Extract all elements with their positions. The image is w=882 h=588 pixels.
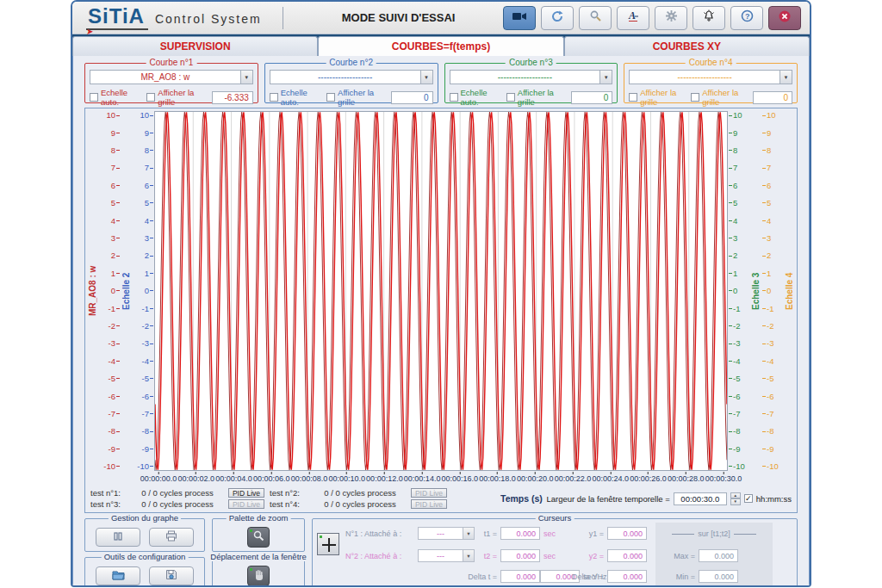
y-axis-4-title: Echelle 4: [784, 111, 795, 471]
curve1-value-field[interactable]: -6.333: [212, 91, 253, 104]
curve1-signal-dropdown[interactable]: MR_AO8 : w ▼: [90, 70, 253, 84]
printer-icon: [165, 529, 177, 545]
t1-field[interactable]: 0.000: [500, 527, 540, 540]
pan-window-button[interactable]: [247, 566, 270, 586]
open-config-button[interactable]: [96, 566, 140, 585]
help-button[interactable]: ?: [730, 6, 763, 30]
curve4-selected-signal: -------------------: [630, 71, 780, 84]
curve2-echelle-auto-checkbox[interactable]: [270, 93, 278, 102]
curve2-selected-signal: -------------------: [270, 71, 420, 84]
time-window-input[interactable]: 00:00:30.0: [674, 492, 727, 505]
graph-management-title: Gestion du graphe: [109, 513, 181, 523]
add-cursor-button[interactable]: [317, 533, 339, 555]
test1-cycles: 0 / 0 cycles process: [130, 488, 225, 498]
zoom-palette-group: Palette de zoom: [212, 518, 305, 552]
search-button[interactable]: [579, 6, 612, 30]
settings-button[interactable]: [655, 6, 687, 30]
cursor2-attach-label: N°2 : Attaché à :: [345, 552, 401, 560]
refresh-button[interactable]: [541, 6, 574, 30]
curve4-echelle-auto-checkbox[interactable]: [629, 93, 637, 102]
test1-label: test n°1:: [90, 488, 127, 498]
tab-courbes-xy[interactable]: COURBES XY: [564, 36, 810, 56]
curve2-value-field[interactable]: 0: [391, 91, 432, 104]
save-config-button[interactable]: [149, 566, 194, 585]
curve1-selected-signal: MR_AO8 : w: [90, 71, 240, 84]
alarm-button[interactable]: [693, 6, 725, 30]
zoom-palette-title: Palette de zoom: [227, 513, 291, 523]
text-tool-icon: A: [626, 9, 640, 27]
record-camera-button[interactable]: [503, 6, 536, 30]
format-checkbox[interactable]: ✓: [744, 494, 753, 503]
curve4-value-field[interactable]: 0: [753, 91, 792, 104]
brand-arrow-icon: ➤: [86, 27, 93, 36]
curve3-group-title: Courbe n°3: [506, 58, 556, 67]
brand-text: SiTiA: [86, 6, 148, 30]
y-axis-3-ticks: 109876543210-1-2-3-4-5-6-7-8-9-10: [728, 111, 750, 471]
cursor2-attach-dropdown[interactable]: --- ▼: [418, 549, 475, 562]
y-axis-1-ticks: 109876543210-1-2-3-4-5-6-7-8-9-10: [98, 111, 121, 471]
time-window-label: Largeur de la fenêtre temporelle =: [546, 494, 669, 504]
cursor1-attach-dropdown[interactable]: --- ▼: [418, 527, 475, 540]
y2-label: y2 =: [580, 552, 604, 560]
chevron-down-icon: ▼: [599, 71, 612, 84]
spinner-up-icon[interactable]: ▲: [730, 492, 741, 499]
time-window-spinner[interactable]: ▲▼: [730, 492, 741, 505]
svg-text:A: A: [628, 9, 636, 22]
delta-t-field-1: 0.000: [500, 570, 540, 583]
gear-icon: [665, 9, 678, 26]
curve2-signal-dropdown[interactable]: ------------------- ▼: [270, 70, 433, 84]
window-move-title: Déplacement de la fenêtre: [208, 552, 308, 561]
cursor2-attach-value: ---: [419, 550, 463, 561]
active-dot: [320, 535, 322, 538]
refresh-icon: [550, 9, 564, 27]
curve3-signal-dropdown[interactable]: ------------------- ▼: [450, 70, 613, 84]
curve4-grille-checkbox[interactable]: [691, 93, 699, 102]
print-graph-button[interactable]: [149, 528, 194, 547]
waveform-plot: [155, 112, 727, 470]
t2-field[interactable]: 0.000: [500, 549, 540, 562]
curve1-echelle-auto-label: Echelle auto.: [101, 88, 144, 107]
plot-area[interactable]: [154, 111, 728, 471]
format-label: hh:mm:ss: [756, 494, 792, 504]
config-tools-title: Outils de configuration: [102, 552, 189, 561]
t2-unit: sec: [543, 552, 556, 560]
test3-pid-live-button[interactable]: PID Live: [228, 499, 264, 509]
text-annotation-button[interactable]: A: [617, 6, 649, 30]
t1-unit: sec: [543, 529, 556, 538]
curve4-echelle-auto-label: Afficher la grille: [640, 88, 688, 107]
curve3-value-field[interactable]: 0: [571, 91, 612, 104]
test4-pid-live-button[interactable]: PID Live: [411, 499, 447, 509]
camera-icon: [512, 10, 527, 26]
header-bar: SiTiA ➤ Control System MODE SUIVI D'ESSA…: [72, 2, 810, 34]
tab-courbes-temps[interactable]: COURBES=f(temps): [318, 36, 563, 56]
curve1-grille-label: Afficher la grille: [158, 88, 208, 107]
curve4-signal-dropdown[interactable]: ------------------- ▼: [629, 70, 792, 84]
test2-pid-live-button[interactable]: PID Live: [411, 488, 447, 498]
test4-cycles: 0 / 0 cycles process: [313, 499, 407, 509]
active-dot: [250, 568, 252, 571]
page: SiTiA ➤ Control System MODE SUIVI D'ESSA…: [0, 0, 882, 588]
zoom-tool-button[interactable]: [247, 527, 270, 548]
folder-open-icon: [112, 568, 125, 584]
x-axis-labels: 00:00:00.000:00:02.000:00:04.000:00:06.0…: [158, 472, 724, 485]
curve3-grille-checkbox[interactable]: [506, 93, 515, 102]
sur-range-label: sur [t1;t2]: [659, 529, 769, 538]
curve1-grille-checkbox[interactable]: [146, 93, 155, 102]
config-tools-group: Outils de configuration: [84, 557, 205, 587]
time-window-controls: Largeur de la fenêtre temporelle = 00:00…: [546, 492, 792, 505]
curve3-selected-signal: -------------------: [450, 71, 600, 84]
svg-text:?: ?: [745, 12, 750, 21]
spinner-down-icon[interactable]: ▼: [730, 498, 741, 505]
pause-graph-button[interactable]: [96, 528, 140, 547]
curve1-group-title: Courbe n°1: [146, 58, 197, 67]
y-axis-4-ticks: 109876543210-1-2-3-4-5-6-7-8-9-10: [761, 111, 784, 471]
curve1-echelle-auto-checkbox[interactable]: [90, 93, 98, 102]
curve2-grille-checkbox[interactable]: [326, 93, 335, 102]
tab-supervision[interactable]: SUPERVISION: [72, 36, 318, 56]
y-axis-3-title: Echelle 3: [750, 111, 761, 471]
test1-pid-live-button[interactable]: PID Live: [228, 488, 264, 498]
curve2-group: Courbe n°2 ------------------- ▼ Echelle…: [264, 63, 438, 103]
y1-label: y1 =: [580, 529, 604, 538]
curve3-echelle-auto-checkbox[interactable]: [450, 93, 458, 102]
close-button[interactable]: [768, 6, 801, 30]
